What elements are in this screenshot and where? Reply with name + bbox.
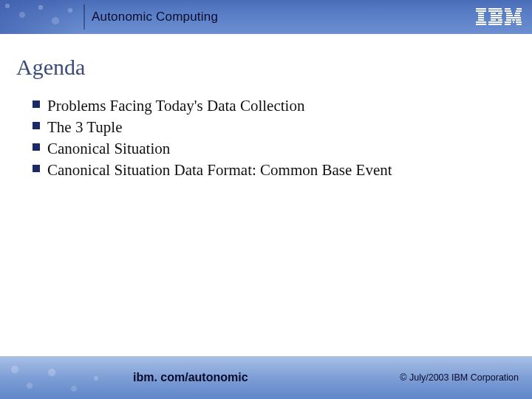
svg-rect-31 bbox=[513, 21, 514, 23]
svg-rect-19 bbox=[516, 8, 522, 10]
svg-rect-1 bbox=[476, 10, 486, 12]
list-item: Problems Facing Today's Data Collection bbox=[33, 96, 507, 116]
footer-decoration bbox=[0, 356, 111, 399]
svg-rect-18 bbox=[505, 8, 511, 10]
svg-rect-16 bbox=[488, 21, 502, 23]
slide: Autonomic Computing bbox=[0, 0, 532, 399]
header-title: Autonomic Computing bbox=[92, 0, 218, 34]
svg-rect-0 bbox=[476, 8, 486, 10]
footer-url: ibm. com/autonomic bbox=[133, 356, 248, 399]
header-bar: Autonomic Computing bbox=[0, 0, 532, 34]
svg-rect-4 bbox=[478, 17, 484, 18]
list-item: Canonical Situation bbox=[33, 139, 507, 159]
svg-rect-22 bbox=[506, 13, 512, 14]
svg-rect-8 bbox=[488, 8, 502, 10]
svg-rect-24 bbox=[506, 15, 513, 16]
agenda-list: Problems Facing Today's Data Collection … bbox=[16, 96, 507, 180]
svg-rect-11 bbox=[498, 13, 502, 14]
svg-rect-13 bbox=[491, 17, 502, 18]
svg-rect-6 bbox=[476, 21, 486, 23]
svg-rect-21 bbox=[516, 10, 522, 12]
svg-rect-32 bbox=[516, 21, 522, 23]
svg-rect-9 bbox=[488, 10, 502, 12]
svg-rect-12 bbox=[491, 15, 502, 16]
list-item: The 3 Tuple bbox=[33, 117, 507, 137]
svg-rect-17 bbox=[488, 24, 502, 25]
svg-rect-7 bbox=[476, 24, 486, 25]
svg-rect-10 bbox=[491, 13, 496, 14]
svg-rect-2 bbox=[478, 13, 484, 14]
svg-rect-27 bbox=[506, 19, 511, 21]
svg-rect-33 bbox=[505, 24, 511, 25]
ibm-logo-icon bbox=[476, 0, 522, 34]
svg-rect-3 bbox=[478, 15, 484, 16]
slide-body: Agenda Problems Facing Today's Data Coll… bbox=[0, 34, 532, 356]
svg-rect-5 bbox=[478, 19, 484, 21]
svg-rect-25 bbox=[514, 15, 520, 16]
footer-copyright: © July/2003 IBM Corporation bbox=[400, 356, 519, 399]
svg-rect-23 bbox=[515, 13, 520, 14]
svg-rect-15 bbox=[498, 19, 502, 21]
svg-rect-34 bbox=[516, 24, 522, 25]
header-decoration bbox=[0, 0, 81, 34]
svg-rect-14 bbox=[491, 19, 496, 21]
page-title: Agenda bbox=[16, 55, 507, 80]
list-item: Canonical Situation Data Format: Common … bbox=[33, 160, 507, 180]
svg-rect-26 bbox=[506, 17, 521, 18]
svg-rect-20 bbox=[505, 10, 511, 12]
footer-bar: ibm. com/autonomic © July/2003 IBM Corpo… bbox=[0, 356, 532, 399]
svg-rect-28 bbox=[512, 19, 515, 21]
svg-rect-29 bbox=[516, 19, 521, 21]
svg-rect-30 bbox=[505, 21, 511, 23]
header-divider bbox=[83, 4, 85, 30]
